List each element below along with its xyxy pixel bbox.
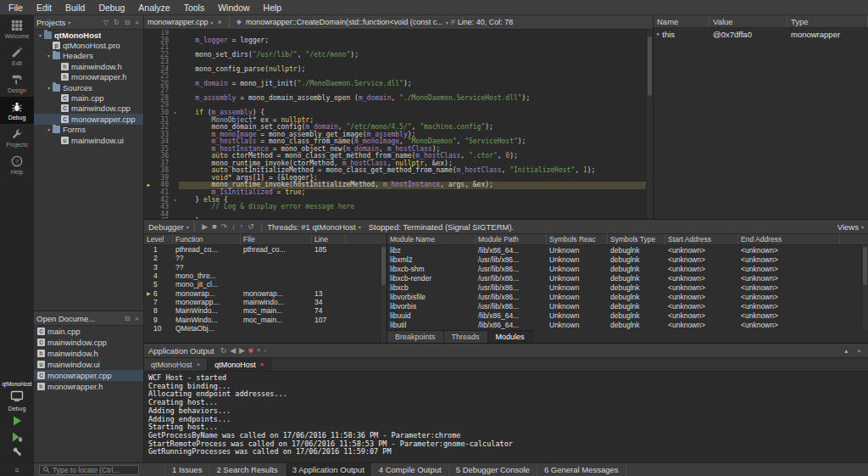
editor-scrollbar[interactable] <box>646 30 653 219</box>
menu-window[interactable]: Window <box>211 0 256 14</box>
zoom-out-icon[interactable]: - <box>263 346 269 355</box>
continue-icon[interactable]: ▶ <box>200 222 210 231</box>
locals-row[interactable]: ▸this@0x7dffa0monowrapper <box>654 28 868 40</box>
sidebar-toggle[interactable]: ≡ <box>0 463 34 476</box>
stack-frame[interactable]: 5mono_jit_cl... <box>144 280 387 288</box>
close-document-icon[interactable]: × <box>216 18 224 26</box>
open-document-item[interactable]: main.cpp <box>34 326 143 337</box>
mode-design[interactable]: Design <box>0 70 34 97</box>
module-row[interactable]: libxcb/usr/lib/x86...Unknowndebuglnk<unk… <box>387 283 868 292</box>
restart-icon[interactable]: ↺ <box>246 222 257 231</box>
module-row[interactable]: libvorbis/usr/lib/x86...Unknowndebuglnk<… <box>387 301 868 311</box>
stack-frame[interactable]: 2?? <box>144 254 387 262</box>
tree-item[interactable]: monowrapper.cpp <box>34 114 143 124</box>
stack-frame[interactable]: 3?? <box>144 263 387 272</box>
output-pane-button-3[interactable]: 3 Application Output <box>286 463 372 476</box>
module-row[interactable]: libz/lib/x86_64...Unknowndebuglnk<unknow… <box>387 245 868 255</box>
build-button[interactable] <box>11 446 23 460</box>
tree-item[interactable]: ▾Headers <box>34 51 143 61</box>
open-document-item[interactable]: mainwindow.cpp <box>34 337 143 348</box>
close-pane-icon[interactable]: × <box>133 19 141 26</box>
stack-column-header[interactable]: Function <box>173 234 241 244</box>
menu-tools[interactable]: Tools <box>177 0 212 14</box>
output-tab[interactable]: qtMonoHost× <box>208 358 271 371</box>
code-line[interactable]: 44 <box>144 211 646 219</box>
views-button[interactable]: Views ▾ <box>837 222 864 232</box>
debugger-tab-threads[interactable]: Threads <box>444 331 488 343</box>
locator[interactable] <box>39 465 139 475</box>
open-document-item[interactable]: monowrapper.cpp <box>34 370 143 381</box>
rerun-icon[interactable]: ↻ <box>219 346 229 355</box>
output-console[interactable]: WCF Host - startedCreating binding...All… <box>144 372 868 462</box>
next-icon[interactable]: ▶ <box>237 346 247 355</box>
module-row[interactable]: libxml2/usr/lib/x86...Unknowndebuglnk<un… <box>387 255 868 264</box>
output-pane-button-5[interactable]: 5 Debugger Console <box>449 463 537 476</box>
module-row[interactable]: libxcb-render/usr/lib/x86...Unknowndebug… <box>387 273 868 283</box>
stack-frame[interactable]: 1pthread_co...pthread_co...185 <box>144 245 387 254</box>
module-row[interactable]: libutil/lib/x86_64...Unknowndebuglnk<unk… <box>387 320 868 329</box>
step-into-icon[interactable]: ↓ <box>230 222 238 231</box>
menu-analyze[interactable]: Analyze <box>131 0 176 14</box>
open-document-item[interactable]: mainwindow.h <box>34 348 143 359</box>
document-dropdown[interactable]: monowrapper.cpp ▾ <box>147 18 214 26</box>
module-row[interactable]: libuuid/lib/x86_64...Unknowndebuglnk<unk… <box>387 311 868 320</box>
menu-build[interactable]: Build <box>58 0 92 14</box>
open-document-item[interactable]: monowrapper.h <box>34 381 143 392</box>
code-line[interactable]: 26 m_domain = mono_jit_init("./MonoDaemo… <box>144 81 646 88</box>
stack-frame[interactable]: 9MainWindo...moc_main...107 <box>144 315 387 323</box>
mode-edit[interactable]: Edit <box>0 42 34 70</box>
module-row[interactable]: libvorbisfile/usr/lib/x86...Unknowndebug… <box>387 292 868 301</box>
mode-debug[interactable]: Debug <box>0 97 34 124</box>
minimize-pane-icon[interactable]: ▴ <box>842 347 850 355</box>
tree-item[interactable]: ▾Sources <box>34 82 143 92</box>
module-row[interactable]: libxcb-shm/usr/lib/x86...Unknowndebuglnk… <box>387 264 868 273</box>
symbol-dropdown[interactable]: monowrapper::CreateDomain(std::function<… <box>246 18 448 26</box>
pane-selector-dropdown[interactable]: Open Docume... <box>36 314 121 323</box>
tree-item[interactable]: ▾Forms <box>34 125 143 135</box>
tree-item[interactable]: mainwindow.cpp <box>34 104 143 114</box>
step-over-icon[interactable]: ↷ <box>219 222 230 231</box>
code-line[interactable]: 28 m_assembly = mono_domain_assembly_ope… <box>144 95 646 103</box>
tree-item[interactable]: qtMonoHost.pro <box>34 40 143 50</box>
open-document-item[interactable]: mainwindow.ui <box>34 359 143 370</box>
modules-column-header[interactable]: Symbols Type <box>608 234 665 244</box>
debugger-perspective-selector[interactable]: Debugger ▾ <box>148 222 189 232</box>
stop-icon[interactable]: ■ <box>247 346 254 355</box>
menu-file[interactable]: File <box>2 0 30 14</box>
run-button[interactable] <box>10 414 24 428</box>
threads-selector[interactable]: Threads: #1 qtMonoHost ▾ <box>267 222 361 232</box>
modules-column-header[interactable]: Start Address <box>665 234 738 244</box>
mode-welcome[interactable]: Welcome <box>0 15 34 42</box>
code-line[interactable]: 43 // Log & display error message here <box>144 204 646 211</box>
code-line[interactable]: 20 m_logger = logger; <box>144 37 646 45</box>
step-out-icon[interactable]: ↑ <box>237 222 246 231</box>
scrollbar-thumb[interactable] <box>381 247 386 285</box>
stack-column-header[interactable]: File <box>241 234 312 244</box>
kit-selector-button[interactable] <box>10 389 24 403</box>
modules-scrollbar[interactable] <box>861 245 868 330</box>
pane-selector-dropdown[interactable]: Projects ▾ <box>36 18 100 27</box>
locator-input[interactable] <box>53 466 136 474</box>
close-pane-icon[interactable]: × <box>133 315 141 322</box>
prev-icon[interactable]: ◀ <box>228 346 237 355</box>
menu-help[interactable]: Help <box>257 0 289 14</box>
locals-column-header[interactable]: Name <box>654 15 709 27</box>
split-icon[interactable]: ⊟ <box>123 315 132 322</box>
stack-frame[interactable]: 8MainWindo...moc_main...74 <box>144 306 387 315</box>
tree-item[interactable]: main.cpp <box>34 92 143 103</box>
tree-item[interactable]: mainwindow.h <box>34 61 143 71</box>
filter-icon[interactable]: ▽ <box>102 19 110 26</box>
tree-item[interactable]: mainwindow.ui <box>34 135 143 145</box>
debug-run-button[interactable] <box>10 430 24 444</box>
close-pane-icon[interactable]: × <box>854 347 864 355</box>
sync-icon[interactable]: ↻ <box>112 19 121 26</box>
output-pane-button-6[interactable]: 6 General Messages <box>537 463 626 476</box>
stop-icon[interactable]: ■ <box>210 222 219 231</box>
debugger-tab-modules[interactable]: Modules <box>488 331 533 343</box>
zoom-in-icon[interactable]: + <box>254 346 262 355</box>
stack-column-header[interactable]: Level <box>144 234 173 244</box>
output-pane-button-4[interactable]: 4 Compile Output <box>372 463 449 476</box>
code-line[interactable]: 24 mono_config_parse(nullptr); <box>144 66 646 74</box>
stack-scrollbar[interactable] <box>380 245 387 343</box>
code-editor[interactable]: 1920 m_logger = logger;2122 mono_set_dir… <box>144 30 646 219</box>
